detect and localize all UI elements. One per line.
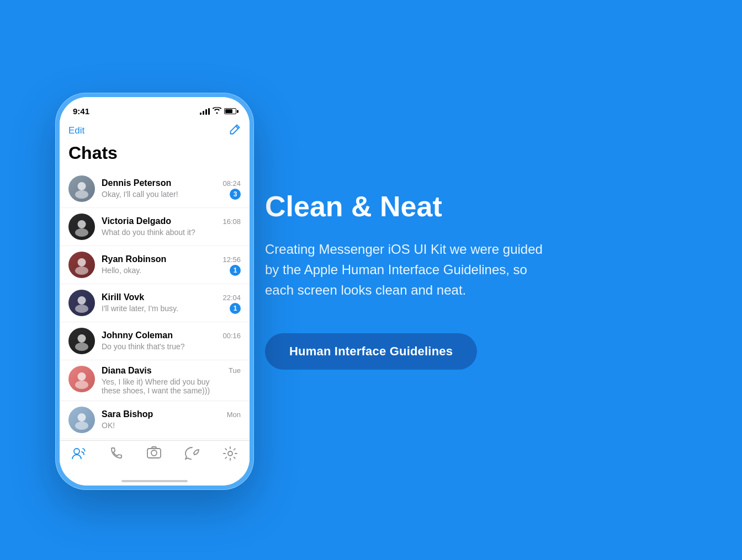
svg-point-3 xyxy=(75,228,88,237)
svg-point-6 xyxy=(78,296,86,305)
chat-content: Dennis Peterson 08:24 Okay, I'll call yo… xyxy=(102,178,241,199)
table-row[interactable]: Victoria Delgado 16:08 What do you think… xyxy=(60,208,250,246)
chat-time: 22:04 xyxy=(222,294,241,302)
svg-point-1 xyxy=(75,190,88,199)
chat-preview: Hello, okay. xyxy=(102,266,212,275)
chat-time: Mon xyxy=(227,410,241,419)
status-icons xyxy=(200,107,236,115)
table-row[interactable]: Kirill Vovk 22:04 I'll write later, I'm … xyxy=(60,284,250,322)
compose-icon[interactable] xyxy=(229,124,241,138)
tab-calls[interactable] xyxy=(110,446,123,460)
signal-icon xyxy=(200,108,210,115)
table-row[interactable]: Sara Bishop Mon OK! xyxy=(60,401,250,439)
chat-preview: Yes, I like it) Where did you buy these … xyxy=(102,377,212,395)
svg-point-19 xyxy=(228,451,232,456)
tab-camera[interactable] xyxy=(147,446,161,458)
table-row[interactable]: Dennis Peterson 08:24 Okay, I'll call yo… xyxy=(60,170,250,208)
avatar xyxy=(68,175,95,202)
chat-name: Dennis Peterson xyxy=(102,178,171,188)
svg-point-0 xyxy=(78,182,86,190)
chat-content: Kirill Vovk 22:04 I'll write later, I'm … xyxy=(102,292,241,313)
svg-point-8 xyxy=(78,334,86,343)
chat-content: Ryan Robinson 12:56 Hello, okay. xyxy=(102,254,241,275)
svg-point-12 xyxy=(78,413,86,422)
unread-badge: 3 xyxy=(230,189,241,200)
chat-name: Diana Davis xyxy=(102,366,152,376)
avatar xyxy=(68,328,95,354)
battery-icon xyxy=(224,108,236,114)
chat-preview: Do you think that's true? xyxy=(102,342,212,351)
unread-badge: 1 xyxy=(230,265,241,276)
chat-preview: Okay, I'll call you later! xyxy=(102,190,212,199)
chat-name: Sara Bishop xyxy=(102,409,153,419)
wifi-icon xyxy=(213,107,221,115)
status-time: 9:41 xyxy=(73,106,89,116)
tab-settings[interactable] xyxy=(223,446,237,461)
table-row[interactable]: Johnny Coleman 00:16 Do you think that's… xyxy=(60,322,250,360)
svg-point-9 xyxy=(75,343,88,351)
svg-point-11 xyxy=(75,381,88,389)
chat-content: Sara Bishop Mon OK! xyxy=(102,409,241,430)
chat-name: Johnny Coleman xyxy=(102,330,173,340)
phone-outer-shell: 9:41 xyxy=(55,93,254,490)
table-row[interactable]: Diana Davis Tue Yes, I like it) Where di… xyxy=(60,360,250,401)
cta-button[interactable]: Human Interface Guidelines xyxy=(265,333,477,370)
chat-name: Kirill Vovk xyxy=(102,292,144,302)
avatar xyxy=(68,366,95,392)
avatar xyxy=(68,252,95,278)
tab-contacts[interactable] xyxy=(72,446,86,461)
description: Creating Messenger iOS UI Kit we were gu… xyxy=(265,239,552,301)
chat-time: 08:24 xyxy=(222,179,241,188)
chat-list: Dennis Peterson 08:24 Okay, I'll call yo… xyxy=(60,170,250,477)
chat-content: Diana Davis Tue Yes, I like it) Where di… xyxy=(102,366,241,395)
chat-content: Victoria Delgado 16:08 What do you think… xyxy=(102,216,241,237)
chats-title: Chats xyxy=(60,143,250,170)
phone-screen: 9:41 xyxy=(60,97,250,486)
avatar xyxy=(68,407,95,433)
edit-button[interactable]: Edit xyxy=(68,125,84,136)
right-content: Clean & Neat Creating Messenger iOS UI K… xyxy=(199,190,742,370)
chat-preview: What do you think about it? xyxy=(102,228,212,237)
svg-point-13 xyxy=(75,422,88,430)
svg-point-7 xyxy=(75,305,88,313)
chat-nav-bar: Edit xyxy=(60,121,250,143)
chat-time: 12:56 xyxy=(222,255,241,264)
chat-preview: OK! xyxy=(102,421,212,430)
chat-content: Johnny Coleman 00:16 Do you think that's… xyxy=(102,330,241,351)
unread-badge: 1 xyxy=(230,303,241,314)
chat-time: Tue xyxy=(229,366,241,375)
chat-name: Ryan Robinson xyxy=(102,254,166,264)
svg-point-4 xyxy=(78,258,86,266)
chat-time: 00:16 xyxy=(222,332,241,340)
avatar xyxy=(68,214,95,240)
tab-bar xyxy=(60,440,250,486)
avatar xyxy=(68,290,95,316)
tab-chats[interactable] xyxy=(185,446,199,461)
table-row[interactable]: Ryan Robinson 12:56 Hello, okay. 1 xyxy=(60,246,250,284)
chat-preview: I'll write later, I'm busy. xyxy=(102,304,212,313)
phone-mockup: 9:41 xyxy=(55,93,254,490)
headline: Clean & Neat xyxy=(265,190,698,223)
phone-notch xyxy=(119,97,190,113)
home-indicator xyxy=(121,480,188,482)
svg-point-16 xyxy=(74,449,80,454)
svg-point-5 xyxy=(75,266,88,275)
chat-name: Victoria Delgado xyxy=(102,216,171,226)
chat-time: 16:08 xyxy=(222,217,241,226)
svg-point-10 xyxy=(78,372,86,381)
svg-point-18 xyxy=(151,450,157,456)
svg-point-2 xyxy=(78,220,86,228)
